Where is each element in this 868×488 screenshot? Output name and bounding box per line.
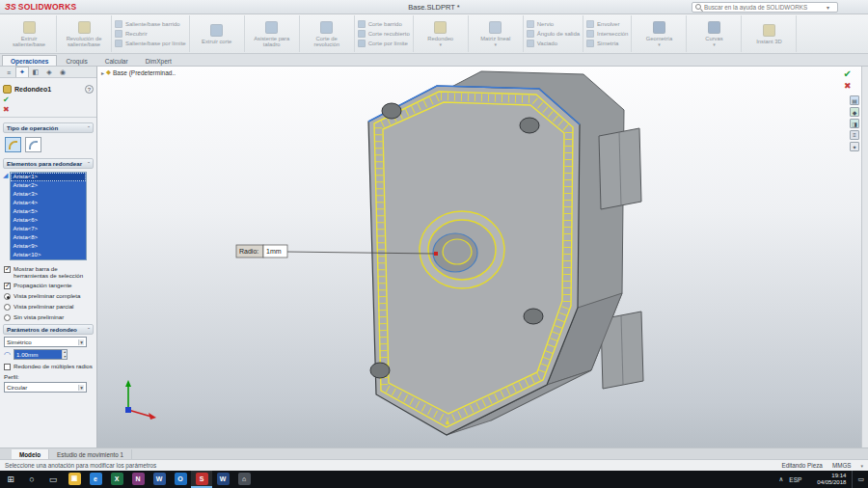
edge-list-item[interactable]: Arista<5> bbox=[11, 207, 86, 216]
units-label[interactable]: MMGS bbox=[832, 462, 852, 469]
ribbon-stack-item[interactable]: Simetría bbox=[586, 40, 628, 47]
symmetry-dropdown[interactable]: Simétrico▾ bbox=[4, 337, 87, 347]
cancel-button[interactable]: ✖ bbox=[3, 105, 94, 114]
confirm-cancel-button[interactable]: ✖ bbox=[844, 82, 852, 91]
ribbon-stack-item[interactable]: Corte por límite bbox=[358, 40, 410, 47]
propertymanager-tab[interactable]: ✦ bbox=[15, 67, 29, 77]
tab-calcular[interactable]: Calcular bbox=[96, 55, 137, 66]
solidworks-app[interactable]: S bbox=[191, 471, 212, 488]
show-selection-toolbar-checkbox[interactable]: Mostrar barra de herramientas de selecci… bbox=[4, 265, 93, 279]
ribbon-stack-item[interactable]: Corte barrido bbox=[358, 20, 410, 28]
taskpane-custom-properties-tab[interactable]: ✦ bbox=[850, 142, 859, 151]
no-preview-radio[interactable]: Sin vista preliminar bbox=[4, 313, 93, 321]
fillet-type-constant-button[interactable] bbox=[5, 137, 21, 152]
taskpane-design-library-tab[interactable]: ◆ bbox=[850, 107, 859, 117]
taskpane-resources-tab[interactable]: ▤ bbox=[850, 95, 859, 105]
ribbon-revolve-boss[interactable]: Revolución de saliente/base ▾ bbox=[57, 15, 112, 52]
language-indicator[interactable]: ESP bbox=[789, 476, 801, 483]
breadcrumb[interactable]: ▸ ◆ Base (Predeterminad.. bbox=[101, 68, 176, 76]
ribbon-stack-item[interactable]: Ángulo de salida bbox=[527, 30, 580, 38]
help-search-box[interactable]: ▾ bbox=[692, 2, 838, 13]
motion-study-tab[interactable]: Estudio de movimiento 1 bbox=[49, 449, 132, 459]
tab-dimxpert[interactable]: DimXpert bbox=[137, 55, 180, 66]
notes-app[interactable]: ⌂ bbox=[233, 471, 255, 488]
callout-attach-handle[interactable] bbox=[434, 252, 438, 256]
ribbon-stack-item[interactable]: Vaciado bbox=[527, 40, 580, 47]
ribbon-stack-item[interactable]: Intersección bbox=[586, 30, 628, 38]
accept-button[interactable]: ✔ bbox=[3, 95, 94, 104]
tangent-propagation-checkbox[interactable]: Propagación tangente bbox=[4, 282, 93, 289]
ribbon-stack-item[interactable]: Saliente/base barrido bbox=[115, 20, 186, 28]
profile-dropdown[interactable]: Circular▾ bbox=[4, 382, 87, 393]
ribbon-hole-wizard[interactable]: Asistente para taladro ▾ bbox=[245, 15, 300, 52]
tab-operaciones[interactable]: Operaciones bbox=[2, 55, 57, 66]
edge-list-item[interactable]: Arista<10> bbox=[11, 251, 86, 259]
ribbon-linear-pattern[interactable]: Matriz lineal ▾ bbox=[469, 15, 524, 52]
model-tab[interactable]: Modelo bbox=[12, 449, 49, 459]
help-search-input[interactable] bbox=[704, 4, 824, 11]
word-app[interactable]: W bbox=[149, 471, 170, 488]
tree-expand-arrow-icon[interactable]: ▸ bbox=[101, 69, 104, 76]
tray-chevron-icon[interactable]: ∧ bbox=[779, 475, 784, 483]
units-caret-icon[interactable]: ▾ bbox=[860, 463, 863, 469]
spinner-control[interactable]: ▴▾ bbox=[62, 350, 67, 359]
edge-list-item[interactable]: Arista<4> bbox=[11, 199, 86, 207]
ribbon-fillet[interactable]: Redondeo ▾ bbox=[414, 15, 469, 52]
ribbon-feature-stack-1[interactable]: ▾ Nervio Ángulo de salida Vaciado bbox=[524, 15, 583, 52]
edge-list-item[interactable]: Arista<3> bbox=[11, 190, 86, 199]
edge-list-item[interactable]: Arista<9> bbox=[11, 242, 86, 251]
corner-hole[interactable] bbox=[370, 363, 390, 378]
ribbon-feature-stack-2[interactable]: ▾ Envolver Intersección Simetría bbox=[583, 15, 632, 52]
full-preview-radio[interactable]: Vista preliminar completa bbox=[4, 292, 93, 300]
ribbon-stack-item[interactable]: Corte recubierto bbox=[358, 30, 410, 38]
ribbon-curves[interactable]: Curvas ▾ bbox=[687, 15, 742, 52]
section-header-operation-type[interactable]: Tipo de operaciónˆ bbox=[3, 122, 94, 133]
onenote-app[interactable]: N bbox=[127, 471, 149, 488]
edge-list-item[interactable]: Arista<7> bbox=[11, 225, 86, 233]
displaymanager-tab[interactable]: ◉ bbox=[56, 67, 69, 77]
edge-list-item[interactable]: Arista<6> bbox=[11, 216, 86, 225]
part-model[interactable]: Radio: 1mm bbox=[97, 67, 861, 447]
taskpane-file-explorer-tab[interactable]: ◨ bbox=[850, 119, 859, 128]
word-document-app[interactable]: W bbox=[212, 471, 233, 488]
section-header-items-to-fillet[interactable]: Elementos para redondearˆ bbox=[3, 158, 94, 169]
edge-list-item[interactable]: Arista<8> bbox=[11, 233, 86, 242]
tab-croquis[interactable]: Croquis bbox=[57, 55, 95, 66]
ribbon-extrude-boss[interactable]: Extruir saliente/base ▾ bbox=[2, 15, 57, 52]
corner-hole[interactable] bbox=[524, 309, 543, 324]
ribbon-stack-item[interactable]: Saliente/base por límite bbox=[115, 40, 186, 47]
search-caret-icon[interactable]: ▾ bbox=[827, 4, 829, 11]
ribbon-reference-geometry[interactable]: Geometría ▾ bbox=[632, 15, 687, 52]
excel-app[interactable]: X bbox=[106, 471, 127, 488]
part-name-label[interactable]: Base (Predeterminad.. bbox=[113, 69, 176, 76]
ribbon-boss-stack[interactable]: ▾ Saliente/base barrido Recubrir Salient… bbox=[112, 15, 190, 52]
ribbon-stack-item[interactable]: Recubrir bbox=[115, 30, 186, 38]
action-center-icon[interactable]: ▭ bbox=[852, 471, 864, 488]
partial-preview-radio[interactable]: Vista preliminar parcial bbox=[4, 303, 93, 311]
search-button[interactable]: ○ bbox=[21, 471, 42, 488]
radius-input[interactable]: 1.00mm ▴▾ bbox=[14, 349, 68, 360]
graphics-area[interactable]: Radio: 1mm ▸ ◆ Base (Predeterminad.. ✔ ✖… bbox=[97, 67, 861, 447]
ribbon-stack-item[interactable]: Nervio bbox=[527, 20, 580, 28]
task-pane-strip[interactable] bbox=[861, 67, 868, 447]
ribbon-dropdown-caret[interactable]: ▾ bbox=[658, 42, 661, 47]
ribbon-stack-item[interactable]: Envolver bbox=[586, 20, 628, 28]
file-explorer-app[interactable]: ▣ bbox=[64, 471, 85, 488]
multiple-radius-checkbox[interactable]: Redondeo de múltiples radios bbox=[4, 363, 93, 370]
boss-inner-edge[interactable] bbox=[443, 239, 472, 264]
corner-hole[interactable] bbox=[382, 103, 401, 119]
corner-hole[interactable] bbox=[520, 118, 539, 133]
radius-value[interactable]: 1.00mm bbox=[14, 350, 62, 359]
edge-list-item[interactable]: Arista<1> bbox=[11, 173, 86, 181]
ribbon-instant3d[interactable]: Instant 3D ▾ bbox=[742, 15, 797, 52]
ribbon-dropdown-caret[interactable]: ▾ bbox=[713, 42, 716, 47]
start-button[interactable]: ⊞ bbox=[0, 471, 21, 488]
edges-listbox[interactable]: Arista<1>Arista<2>Arista<3>Arista<4>Aris… bbox=[10, 172, 87, 260]
ribbon-dropdown-caret[interactable]: ▾ bbox=[494, 42, 497, 47]
clock[interactable]: 19:14 04/05/2018 bbox=[817, 473, 846, 486]
callout-value[interactable]: 1mm bbox=[266, 248, 282, 255]
task-view-button[interactable]: ▭ bbox=[42, 471, 64, 488]
taskpane-appearances-tab[interactable]: ≡ bbox=[850, 130, 859, 140]
featuremanager-tab[interactable]: ≡ bbox=[2, 67, 15, 77]
section-header-fillet-parameters[interactable]: Parámetros de redondeoˆ bbox=[3, 324, 94, 335]
